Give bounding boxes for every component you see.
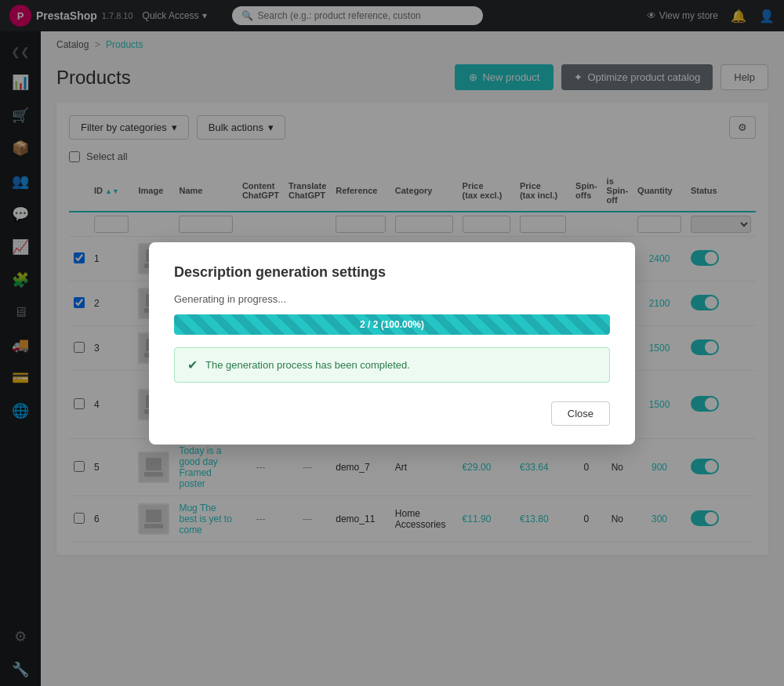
success-message-box: ✔ The generation process has been comple…	[174, 347, 610, 383]
modal-overlay: Description generation settings Generati…	[0, 0, 784, 686]
description-generation-modal: Description generation settings Generati…	[149, 242, 635, 445]
modal-title: Description generation settings	[174, 264, 610, 281]
success-text: The generation process has been complete…	[205, 359, 410, 371]
progress-bar-container: 2 / 2 (100.00%)	[174, 314, 610, 335]
modal-footer: Close	[174, 401, 610, 426]
generating-text: Generating in progress...	[174, 293, 610, 305]
progress-label: 2 / 2 (100.00%)	[174, 314, 610, 335]
checkmark-icon: ✔	[187, 358, 198, 372]
modal-close-button[interactable]: Close	[551, 401, 610, 426]
